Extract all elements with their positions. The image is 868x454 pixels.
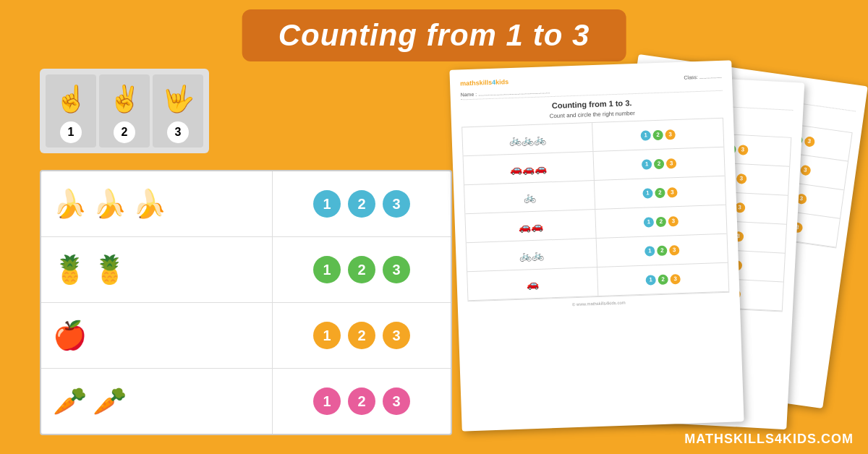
fruit-cell-carrots: 🥕 🥕 bbox=[41, 369, 273, 434]
number-circle-1-row3[interactable]: 1 bbox=[313, 322, 341, 349]
number-circle-1-row1[interactable]: 1 bbox=[313, 190, 341, 218]
banana-icon-1: 🍌 bbox=[53, 188, 87, 220]
carrot-icon-2: 🥕 bbox=[93, 385, 127, 417]
banana-icon-2: 🍌 bbox=[93, 188, 127, 220]
apple-icon-1: 🍎 bbox=[53, 320, 87, 351]
fruit-counting-table: 🍌 🍌 🍌 1 2 3 🍍 🍍 1 2 3 🍎 1 2 3 bbox=[40, 170, 452, 435]
hand-icon-2: ✌️ bbox=[109, 79, 141, 119]
ws-front-grid: 🚲🚲🚲 1 2 3 🚗🚗🚗 1 2 3 🚲 1 2 3 🚗🚗 1 2 bbox=[461, 118, 729, 301]
hand-number-3: 3 bbox=[167, 121, 189, 143]
list-item: 🚗🚗 bbox=[465, 210, 596, 243]
list-item: 1 2 3 bbox=[595, 205, 726, 239]
table-row: 🍍 🍍 1 2 3 bbox=[41, 237, 451, 303]
table-row: 🍌 🍌 🍌 1 2 3 bbox=[41, 171, 451, 237]
number-circle-2-row4[interactable]: 2 bbox=[348, 387, 375, 415]
list-item: 1 2 3 bbox=[597, 234, 728, 267]
site-branding: MATHSKILLS4KIDS.COM bbox=[684, 432, 854, 447]
fruit-cell-apple: 🍎 bbox=[41, 303, 273, 368]
number-circle-2-row2[interactable]: 2 bbox=[348, 256, 375, 283]
banana-icon-3: 🍌 bbox=[132, 188, 166, 220]
number-circle-3-row3[interactable]: 3 bbox=[383, 322, 410, 349]
page-title: Counting from 1 to 3 bbox=[278, 18, 590, 53]
hand-icon-3: 🤟 bbox=[162, 79, 195, 119]
title-banner: Counting from 1 to 3 bbox=[242, 9, 626, 61]
list-item: 🚲🚲 bbox=[467, 239, 597, 272]
worksheet-front: mathskills4kids Class: ................ … bbox=[449, 60, 744, 431]
fruit-cell-pineapples: 🍍 🍍 bbox=[41, 237, 273, 302]
list-item: 🚗🚗🚗 bbox=[464, 152, 595, 185]
number-circle-1-row2[interactable]: 1 bbox=[313, 256, 341, 283]
number-circle-2-row3[interactable]: 2 bbox=[348, 322, 375, 349]
pineapple-icon-2: 🍍 bbox=[93, 254, 127, 286]
hand-count-2: ✌️ 2 bbox=[99, 74, 150, 147]
hand-icon-1: ☝️ bbox=[55, 79, 88, 119]
number-cell-row1: 1 2 3 bbox=[273, 171, 451, 236]
fruit-cell-bananas: 🍌 🍌 🍌 bbox=[41, 171, 273, 236]
list-item: 1 2 3 bbox=[597, 263, 728, 296]
number-cell-row3: 1 2 3 bbox=[273, 303, 451, 368]
list-item: 🚲 bbox=[464, 181, 595, 214]
hand-count-display: ☝️ 1 ✌️ 2 🤟 3 bbox=[40, 69, 209, 153]
number-circle-3-row2[interactable]: 3 bbox=[383, 256, 410, 283]
list-item: 🚲🚲🚲 bbox=[462, 123, 593, 156]
carrot-icon-1: 🥕 bbox=[53, 385, 87, 417]
ws-front-logo: mathskills4kids bbox=[460, 78, 509, 87]
list-item: 1 2 3 bbox=[592, 119, 723, 152]
number-circle-3-row4[interactable]: 3 bbox=[383, 387, 410, 415]
table-row: 🍎 1 2 3 bbox=[41, 303, 451, 369]
hand-count-3: 🤟 3 bbox=[153, 74, 203, 147]
number-circle-3-row1[interactable]: 3 bbox=[383, 190, 410, 218]
list-item: 🚗 bbox=[467, 267, 598, 301]
hand-number-1: 1 bbox=[60, 121, 82, 143]
number-cell-row4: 1 2 3 bbox=[273, 369, 451, 434]
list-item: 1 2 3 bbox=[593, 147, 724, 181]
number-cell-row2: 1 2 3 bbox=[273, 237, 451, 302]
hand-number-2: 2 bbox=[114, 121, 135, 143]
list-item: 1 2 3 bbox=[595, 176, 726, 210]
pineapple-icon-1: 🍍 bbox=[53, 254, 87, 286]
table-row: 🥕 🥕 1 2 3 bbox=[41, 369, 451, 434]
hand-count-1: ☝️ 1 bbox=[46, 74, 96, 147]
number-circle-1-row4[interactable]: 1 bbox=[313, 387, 341, 415]
number-circle-2-row1[interactable]: 2 bbox=[348, 190, 375, 218]
worksheet-stack: mathskills4kids Name :Class: Counting fr… bbox=[434, 61, 854, 445]
